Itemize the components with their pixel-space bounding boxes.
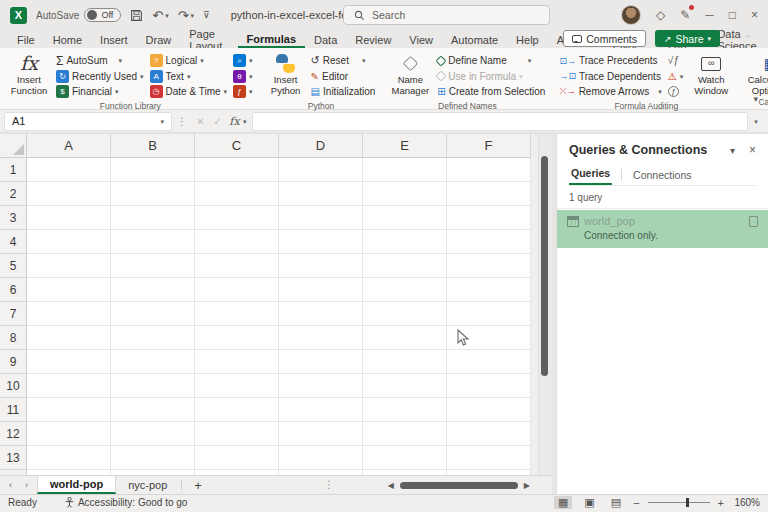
row-header[interactable]: 3 — [0, 206, 27, 230]
tab-view[interactable]: View — [400, 30, 442, 48]
tab-insert[interactable]: Insert — [91, 30, 137, 48]
pane-options-chevron-icon[interactable]: ▾ — [730, 145, 735, 156]
undo-button[interactable]: ↶▾ — [152, 8, 168, 23]
formula-input[interactable] — [252, 112, 748, 131]
row-header[interactable]: 13 — [0, 446, 27, 470]
column-header-b[interactable]: B — [111, 134, 195, 158]
tab-formulas[interactable]: Formulas — [238, 30, 306, 48]
autosum-button[interactable]: ΣAutoSum▾ — [54, 53, 146, 69]
lookup-reference-button[interactable]: ⌕▾ — [231, 53, 255, 69]
name-manager-button[interactable]: Name Manager — [387, 51, 433, 100]
row-header[interactable]: 6 — [0, 278, 27, 302]
row-header[interactable]: 10 — [0, 374, 27, 398]
scroll-left-icon[interactable]: ◀ — [388, 481, 394, 490]
python-reset-button[interactable]: ↺Reset▾ — [309, 53, 378, 69]
feedback-pen-icon[interactable]: ✎ — [680, 8, 690, 22]
row-header[interactable]: 11 — [0, 398, 27, 422]
vertical-scrollbar-thumb[interactable] — [541, 156, 548, 376]
redo-button[interactable]: ↷▾ — [178, 8, 194, 23]
row-header[interactable]: 9 — [0, 350, 27, 374]
insert-function-button[interactable]: fx Insert Function — [6, 51, 52, 100]
next-sheet-icon[interactable]: › — [25, 480, 28, 490]
tab-page-layout[interactable]: Page Layout — [180, 30, 237, 48]
expand-formula-bar-icon[interactable]: ▾ — [748, 118, 764, 125]
row-header[interactable]: 12 — [0, 422, 27, 446]
sheet-tab-world-pop[interactable]: world-pop — [37, 476, 116, 494]
trace-dependents-button[interactable]: →⊡Trace Dependents — [557, 69, 663, 85]
scrollbar-splitter[interactable]: ⋮ — [324, 479, 334, 490]
enter-icon[interactable]: ✓ — [209, 116, 226, 127]
math-trig-button[interactable]: θ▾ — [231, 69, 255, 85]
show-formulas-button[interactable]: √ƒ — [666, 53, 685, 69]
tab-data[interactable]: Data — [305, 30, 346, 48]
horizontal-scrollbar-thumb[interactable] — [400, 482, 518, 489]
select-all-corner[interactable] — [0, 134, 27, 158]
remove-arrows-button[interactable]: ⤫→Remove Arrows▾ — [557, 84, 663, 100]
recently-used-button[interactable]: ↻Recently Used▾ — [54, 69, 146, 85]
column-header-d[interactable]: D — [279, 134, 363, 158]
peek-page-icon[interactable] — [749, 216, 758, 227]
spreadsheet-cells[interactable] — [27, 158, 531, 475]
user-avatar[interactable] — [621, 5, 641, 25]
tab-help[interactable]: Help — [507, 30, 548, 48]
row-header[interactable]: 1 — [0, 158, 27, 182]
ribbon-options-icon[interactable]: ⌃ — [744, 34, 752, 44]
cancel-icon[interactable]: ✕ — [192, 116, 209, 127]
tab-review[interactable]: Review — [346, 30, 400, 48]
financial-button[interactable]: $Financial▾ — [54, 84, 146, 100]
zoom-slider[interactable] — [648, 502, 710, 503]
row-header[interactable]: 4 — [0, 230, 27, 254]
insert-python-button[interactable]: Insert Python — [265, 51, 307, 100]
column-header-f[interactable]: F — [447, 134, 531, 158]
create-from-selection-button[interactable]: ⊞Create from Selection — [435, 84, 547, 100]
save-icon[interactable] — [130, 9, 143, 22]
text-button[interactable]: AText▾ — [148, 69, 230, 85]
autosave-control[interactable]: AutoSave Off — [36, 8, 121, 22]
pane-close-icon[interactable]: × — [749, 143, 756, 157]
minimize-button[interactable]: ─ — [705, 8, 714, 22]
query-item-world-pop[interactable]: world_pop Connection only. — [557, 210, 768, 248]
formula-bar-handle[interactable]: ⋮ — [177, 116, 187, 127]
column-header-a[interactable]: A — [27, 134, 111, 158]
search-box[interactable]: Search — [343, 5, 550, 25]
trace-precedents-button[interactable]: ⊡→Trace Precedents — [557, 53, 663, 69]
column-header-c[interactable]: C — [195, 134, 279, 158]
zoom-out-button[interactable]: − — [633, 497, 639, 509]
share-button[interactable]: ↗ Share ▾ — [655, 30, 720, 47]
prev-sheet-icon[interactable]: ‹ — [9, 480, 12, 490]
maximize-button[interactable]: □ — [729, 8, 736, 22]
sheet-tab-nyc-pop[interactable]: nyc-pop — [116, 476, 179, 494]
scroll-right-icon[interactable]: ▶ — [524, 481, 530, 490]
error-checking-button[interactable]: ⚠▾ — [666, 69, 685, 85]
tab-file[interactable]: File — [8, 30, 44, 48]
use-in-formula-button[interactable]: Use in Formula▾ — [435, 69, 547, 85]
tab-draw[interactable]: Draw — [137, 30, 181, 48]
row-header[interactable]: 8 — [0, 326, 27, 350]
zoom-in-button[interactable]: + — [718, 497, 724, 509]
row-header[interactable]: 5 — [0, 254, 27, 278]
tab-home[interactable]: Home — [44, 30, 91, 48]
evaluate-formula-button[interactable]: ƒ — [666, 84, 685, 100]
collapse-ribbon-icon[interactable]: ▾ — [753, 94, 758, 104]
more-functions-button[interactable]: ƒ▾ — [231, 84, 255, 100]
calculation-options-button[interactable]: ▦ Calculation Options ▾ — [745, 51, 768, 96]
zoom-slider-thumb[interactable] — [686, 498, 689, 507]
normal-view-button[interactable]: ▦ — [554, 496, 572, 509]
name-box[interactable]: A1 ▾ — [4, 112, 172, 131]
page-layout-view-button[interactable]: ▣ — [580, 496, 598, 509]
tab-automate[interactable]: Automate — [442, 30, 507, 48]
define-name-button[interactable]: Define Name▾ — [435, 53, 547, 69]
python-initialization-button[interactable]: ▤Initialization — [309, 84, 378, 100]
accessibility-status[interactable]: Accessibility: Good to go — [65, 497, 188, 508]
pane-tab-queries[interactable]: Queries — [569, 167, 612, 185]
row-header[interactable]: 2 — [0, 182, 27, 206]
customize-qat-icon[interactable]: ⊽ — [203, 10, 210, 20]
insert-function-fx-icon[interactable]: fx — [226, 115, 243, 128]
new-sheet-button[interactable]: + — [184, 476, 212, 494]
pane-tab-connections[interactable]: Connections — [631, 169, 693, 185]
autosave-toggle[interactable]: Off — [84, 8, 121, 22]
column-header-e[interactable]: E — [363, 134, 447, 158]
page-break-preview-button[interactable]: ▤ — [607, 496, 625, 509]
comments-button[interactable]: Comments — [563, 30, 646, 47]
python-editor-button[interactable]: ✎Editor — [309, 69, 378, 85]
